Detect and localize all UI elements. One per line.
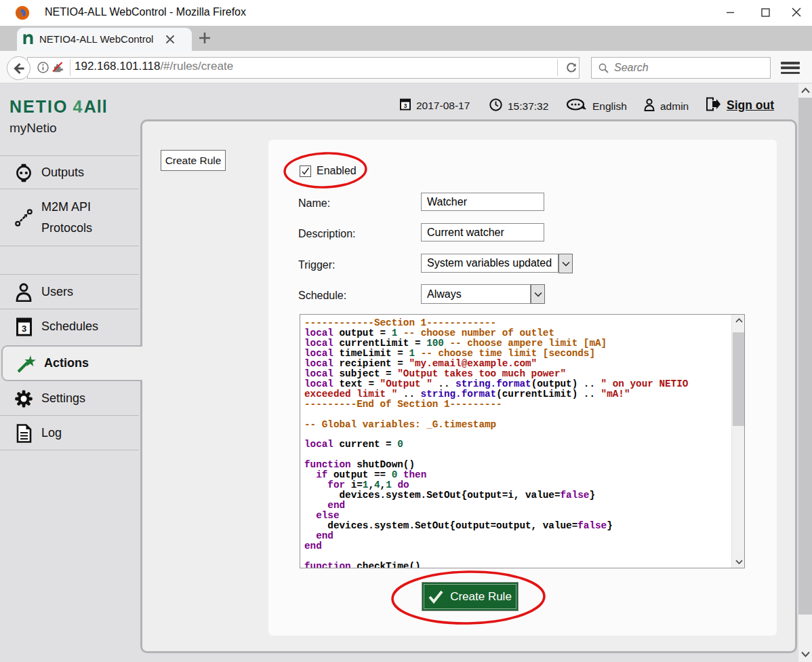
- url-text[interactable]: 192.168.101.118/#/rules/create: [75, 60, 233, 73]
- schedule-select[interactable]: Always: [421, 284, 531, 304]
- enabled-label: Enabled: [317, 165, 357, 177]
- firefox-icon: [15, 5, 30, 20]
- page-scrollbar[interactable]: [798, 83, 812, 662]
- back-button[interactable]: [7, 56, 31, 80]
- sidebar-separator: [0, 450, 139, 451]
- window-title: NETIO4-ALL WebControl - Mozilla Firefox: [45, 6, 246, 18]
- reload-separator: [557, 59, 558, 76]
- tab-bar: NETIO4-ALL WebControl: [0, 26, 812, 51]
- sidebar-item-settings[interactable]: Settings: [0, 383, 139, 415]
- code-scrollbar-thumb[interactable]: [733, 332, 745, 426]
- schedules-icon: 3: [14, 317, 34, 336]
- header-user-value: admin: [660, 100, 689, 113]
- calendar-icon: 3: [400, 98, 411, 113]
- schedule-label: Schedule:: [298, 290, 346, 302]
- device-name: myNetio: [9, 121, 57, 136]
- code-content: ------------Section 1------------local o…: [304, 318, 688, 568]
- sidebar-separator: [0, 246, 139, 247]
- language-icon: [566, 98, 587, 115]
- trigger-select[interactable]: System variables updated: [421, 254, 559, 273]
- search-placeholder: Search: [614, 62, 649, 74]
- header-date: 3 2017-08-17: [400, 98, 470, 113]
- search-icon: [598, 63, 609, 73]
- schedule-dropdown-button[interactable]: [531, 284, 545, 304]
- name-label: Name:: [298, 197, 330, 210]
- plugin-blocked-icon[interactable]: [52, 61, 64, 74]
- settings-icon: [14, 389, 34, 408]
- outputs-icon: [14, 163, 34, 182]
- sidebar-item-schedules[interactable]: 3 Schedules: [0, 310, 139, 344]
- name-input[interactable]: [421, 193, 544, 211]
- header-time: 15:37:32: [489, 98, 548, 114]
- webpage: NETIO4All myNetio 3 2017-08-17 15:37:32 …: [0, 83, 812, 662]
- reload-icon[interactable]: [565, 60, 578, 74]
- sidebar-item-m2m-api[interactable]: M2M APIProtocols: [0, 190, 139, 246]
- tab-close-icon[interactable]: [165, 34, 176, 45]
- tab-netio[interactable]: NETIO4-ALL WebControl: [17, 28, 192, 51]
- enabled-checkbox[interactable]: [300, 166, 311, 177]
- netio-favicon: [22, 33, 34, 45]
- svg-text:3: 3: [21, 324, 26, 334]
- users-icon: [14, 283, 34, 302]
- sidebar-item-actions[interactable]: Actions: [1, 345, 142, 381]
- header-time-value: 15:37:32: [508, 100, 548, 113]
- signout-link: Sign out: [727, 98, 774, 113]
- window-titlebar: NETIO4-ALL WebControl - Mozilla Firefox: [0, 0, 812, 26]
- svg-text:3: 3: [403, 102, 407, 109]
- clock-icon: [489, 98, 502, 114]
- new-tab-button[interactable]: [199, 32, 211, 44]
- sidebar-item-log[interactable]: Log: [0, 416, 139, 450]
- create-rule-button-submit[interactable]: Create Rule: [422, 582, 519, 611]
- trigger-label: Trigger:: [298, 259, 336, 271]
- actions-icon: [16, 353, 37, 374]
- firefox-window: NETIO4-ALL WebControl - Mozilla Firefox …: [0, 0, 812, 662]
- site-info-icon[interactable]: [37, 62, 49, 73]
- menu-icon[interactable]: [781, 62, 800, 74]
- code-scroll-down-icon[interactable]: [732, 556, 745, 568]
- close-button[interactable]: [781, 0, 812, 24]
- header-signout[interactable]: Sign out: [705, 96, 774, 115]
- enabled-row: Enabled: [300, 165, 357, 177]
- page-scroll-down-icon[interactable]: [798, 648, 812, 659]
- minimize-button[interactable]: [714, 0, 746, 24]
- page-scrollbar-thumb[interactable]: [798, 98, 812, 615]
- code-scroll-up-icon[interactable]: [732, 315, 745, 326]
- search-bar[interactable]: Search: [591, 57, 771, 79]
- log-icon: [14, 424, 34, 443]
- m2m-api-icon: [14, 208, 34, 227]
- description-label: Description:: [298, 228, 355, 240]
- urlbar-separator: [70, 59, 70, 76]
- code-scrollbar[interactable]: [731, 315, 745, 568]
- page-scroll-up-icon[interactable]: [798, 85, 812, 96]
- header-language[interactable]: English: [566, 98, 627, 115]
- trigger-dropdown-button[interactable]: [559, 254, 573, 273]
- signout-icon: [705, 96, 721, 115]
- header-date-value: 2017-08-17: [416, 100, 470, 112]
- navigation-toolbar: 192.168.101.118/#/rules/create Search: [0, 51, 812, 83]
- sidebar-item-outputs[interactable]: Outputs: [0, 157, 139, 189]
- description-input[interactable]: [421, 223, 544, 241]
- create-rule-button-top[interactable]: Create Rule: [161, 150, 226, 171]
- netio-logo: NETIO4All: [9, 97, 108, 117]
- user-icon: [644, 98, 655, 114]
- header-language-value: English: [592, 100, 627, 113]
- sidebar-item-users[interactable]: Users: [0, 275, 139, 309]
- header-user[interactable]: admin: [644, 98, 689, 114]
- tab-title: NETIO4-ALL WebControl: [39, 33, 153, 45]
- maximize-button[interactable]: [750, 0, 781, 24]
- rule-code-editor[interactable]: ------------Section 1------------local o…: [300, 314, 745, 568]
- checkmark-icon: [428, 590, 443, 604]
